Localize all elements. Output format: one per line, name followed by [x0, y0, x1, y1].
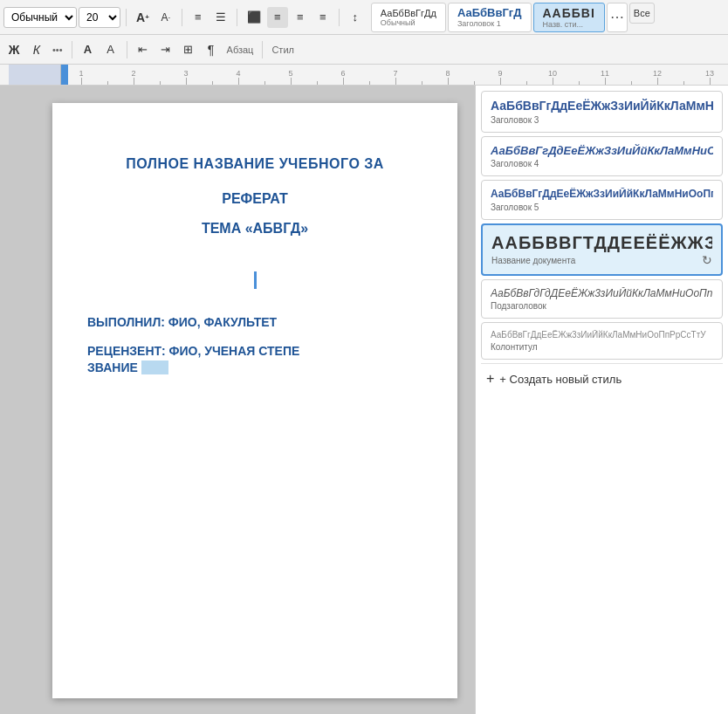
list-bullet-button[interactable]: ≡: [188, 7, 209, 28]
ruler-mark-16: [461, 65, 487, 85]
ruler-mark-24: [670, 65, 697, 85]
ruler-mark-1: 1: [68, 65, 94, 85]
ruler-mark-14: [409, 65, 435, 85]
pilcrow-button[interactable]: ¶: [201, 39, 222, 60]
columns-button[interactable]: ⊞: [178, 39, 199, 60]
indent-increase-button[interactable]: ⇥: [155, 39, 176, 60]
style-colontitul-preview: АаБбВвГгДдЕеЁЖж3зИиЙйКкЛаМмНиОоПпРрСсТтУ: [491, 330, 713, 340]
indent-decrease-button[interactable]: ⇤: [133, 39, 154, 60]
styles-label: Стил: [268, 45, 298, 55]
style-h3-label: Заголовок 3: [491, 115, 713, 125]
separator-3: [237, 9, 237, 26]
all-styles-button[interactable]: Все: [629, 3, 655, 24]
style-item-colontitul[interactable]: АаБбВвГгДдЕеЁЖж3зИиЙйКкЛаМмНиОоПпРрСсТтУ…: [481, 322, 723, 360]
bold-button[interactable]: Ж: [3, 39, 24, 60]
style-docname-preview: ААББВВГТДДЕЕЁЁЖЖЗЗ: [491, 232, 712, 253]
ruler-mark-13: 7: [382, 65, 409, 85]
font-size-select[interactable]: 20: [79, 7, 120, 28]
ruler-mark-25: 13: [697, 65, 723, 85]
document-page[interactable]: ПОЛНОЕ НАЗВАНИЕ УЧЕБНОГО ЗА РЕФЕРАТ ТЕМА…: [52, 103, 457, 698]
refresh-icon[interactable]: ↻: [702, 253, 712, 267]
paragraph-label: Абзац: [223, 45, 258, 55]
doc-recenz: РЕЦЕНЗЕНТ: ФИО, УЧЕНАЯ СТЕПЕ ЗВАНИЕ: [87, 343, 422, 377]
separator-4: [339, 9, 340, 26]
ruler-mark-20: [566, 65, 592, 85]
ruler-mark-21: 11: [592, 65, 618, 85]
line-spacing-button[interactable]: ↕: [345, 7, 366, 28]
styles-dropdown: АаБбВвГгДдЕеЁЖжЗзИиЙйКкЛаМмН Заголовок 3…: [475, 86, 728, 714]
list-number-button[interactable]: ☰: [210, 7, 231, 28]
separator-2: [182, 9, 182, 26]
separator-7: [262, 41, 263, 58]
ruler-mark-22: [618, 65, 644, 85]
separator-1: [126, 9, 127, 26]
create-new-style-button[interactable]: + + Создать новый стиль: [481, 363, 723, 394]
align-justify-button[interactable]: ≡: [312, 7, 333, 28]
style-h1-pill[interactable]: АаБбВвГгД Заголовок 1: [448, 3, 532, 32]
ruler-mark-6: [199, 65, 225, 85]
style-normal-pill[interactable]: АаБбВвГгДд Обычный: [371, 3, 446, 32]
style-item-h3[interactable]: АаБбВвГгДдЕеЁЖжЗзИиЙйКкЛаМмН Заголовок 3: [481, 91, 723, 133]
style-h5-preview: АаБбВвГгДдЕеЁЖжЗзИиЙйКкЛаМмНиОоПп: [491, 188, 713, 200]
doc-title: ПОЛНОЕ НАЗВАНИЕ УЧЕБНОГО ЗА: [87, 155, 422, 174]
style-h2-pill[interactable]: ААББВI Назв. сти...: [533, 3, 605, 32]
style-item-h4[interactable]: АаБбВвГгДдЕеЁЖжЗзИиЙйКкЛаМмНиО Заголовок…: [481, 136, 723, 177]
doc-tema: ТЕМА «АБВГД»: [202, 221, 308, 237]
ruler-mark-15: 8: [435, 65, 461, 85]
style-h1-label: Заголовок 1: [457, 19, 522, 28]
style-item-docname[interactable]: ААББВВГТДДЕЕЁЁЖЖЗЗ Название документа ↻: [481, 223, 723, 276]
create-style-label: + Создать новый стиль: [499, 373, 622, 386]
ruler-mark-17: 9: [487, 65, 513, 85]
doc-vypol: ВЫПОЛНИЛ: ФИО, ФАКУЛЬТЕТ: [87, 315, 422, 329]
toolbar-row-2: Ж К ••• A A ⇤ ⇥ ⊞ ¶ Абзац Стил: [0, 35, 728, 65]
style-docname-label: Название документа: [491, 256, 575, 265]
style-normal-preview: АаБбВвГгДд: [381, 8, 436, 18]
doc-referat: РЕФЕРАТ: [222, 191, 287, 207]
italic-button[interactable]: К: [26, 39, 47, 60]
ruler-mark-10: [304, 65, 330, 85]
main-area: ПОЛНОЕ НАЗВАНИЕ УЧЕБНОГО ЗА РЕФЕРАТ ТЕМА…: [0, 86, 728, 714]
style-item-subheading[interactable]: АаБбВвГдГдДЕеЁЖж3зИиЙйКкЛаМмНиОоПп Подза…: [481, 279, 723, 319]
style-h4-preview: АаБбВвГгДдЕеЁЖжЗзИиЙйКкЛаМмНиО: [491, 144, 713, 158]
align-right-button[interactable]: ≡: [290, 7, 311, 28]
text-cursor: [254, 271, 257, 289]
style-h3-preview: АаБбВвГгДдЕеЁЖжЗзИиЙйКкЛаМмН: [491, 99, 713, 113]
style-item-h5[interactable]: АаБбВвГгДдЕеЁЖжЗзИиЙйКкЛаМмНиОоПп Заголо…: [481, 180, 723, 219]
style-h1-preview: АаБбВвГгД: [457, 6, 522, 19]
font-color-button[interactable]: A: [78, 39, 99, 60]
decrease-font-button[interactable]: A-: [155, 7, 176, 28]
recenz-highlight: [141, 360, 168, 374]
increase-font-button[interactable]: A+: [132, 7, 154, 28]
more-styles-button[interactable]: ⋯: [607, 3, 628, 32]
ruler-mark-4: [147, 65, 173, 85]
ruler: 1 2 3 4 5 6 7 8 9 10 11 12 13: [0, 65, 728, 86]
toolbar-row-1: Обычный 20 A+ A- ≡ ☰ ⬛ ≡ ≡ ≡ ↕ АаБбВвГгД…: [0, 0, 728, 35]
ruler-mark-19: 10: [539, 65, 566, 85]
style-normal-label: Обычный: [381, 18, 436, 27]
ruler-mark-11: 6: [330, 65, 356, 85]
separator-5: [72, 41, 72, 58]
font-style-select[interactable]: Обычный: [3, 7, 77, 28]
plus-icon: +: [486, 371, 494, 387]
ruler-mark-23: 12: [644, 65, 670, 85]
ruler-mark-18: [513, 65, 539, 85]
style-h2-label: Назв. сти...: [543, 20, 595, 29]
ruler-mark-12: [356, 65, 382, 85]
right-panel: АаБбВвГгДдЕеЁЖжЗзИиЙйКкЛаМмН Заголовок 3…: [475, 86, 728, 714]
align-left-button[interactable]: ⬛: [243, 7, 265, 28]
highlight-button[interactable]: A: [100, 39, 121, 60]
dots-label: •••: [49, 45, 66, 55]
ruler-mark-9: 5: [278, 65, 304, 85]
style-h5-label: Заголовок 5: [491, 203, 713, 212]
align-center-button[interactable]: ≡: [267, 7, 288, 28]
ruler-mark-5: 3: [173, 65, 199, 85]
ruler-mark-7: 4: [225, 65, 251, 85]
ruler-inner: 1 2 3 4 5 6 7 8 9 10 11 12 13: [0, 65, 728, 85]
style-h2-preview: ААББВI: [543, 6, 595, 20]
style-subheading-preview: АаБбВвГдГдДЕеЁЖж3зИиЙйКкЛаМмНиОоПп: [491, 287, 713, 299]
ruler-mark-3: 2: [120, 65, 147, 85]
style-h4-label: Заголовок 4: [491, 159, 713, 168]
ruler-mark-8: [251, 65, 278, 85]
style-colontitul-label: Колонтитул: [491, 342, 713, 352]
style-subheading-label: Подзаголовок: [491, 301, 713, 311]
